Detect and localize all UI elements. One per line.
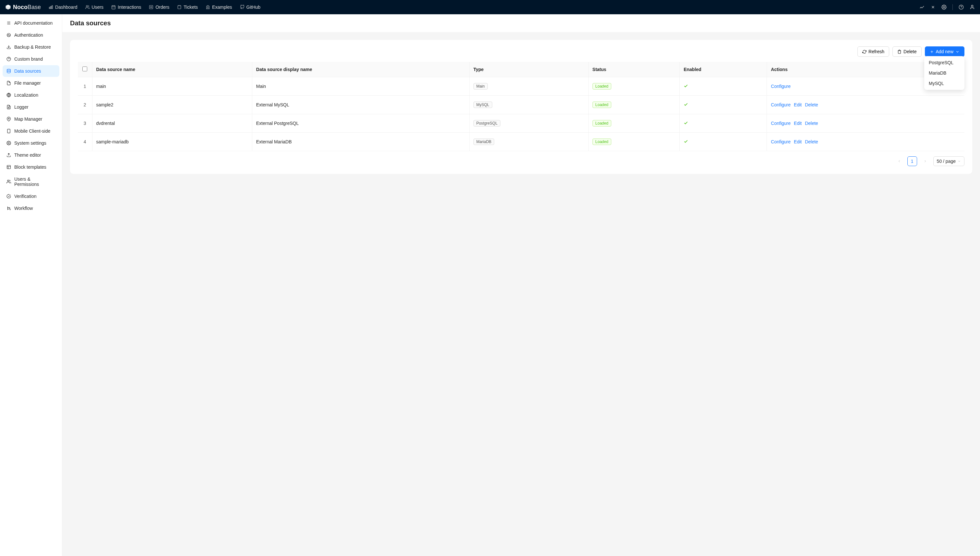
sidebar-item-system-settings[interactable]: System settings <box>3 137 59 149</box>
type-tag: MariaDB <box>473 139 494 145</box>
logo-icon <box>5 4 11 10</box>
topnav-item-users[interactable]: Users <box>85 5 104 10</box>
refresh-label: Refresh <box>869 49 884 54</box>
sidebar-item-label: Verification <box>14 194 36 199</box>
sidebar-icon <box>6 179 11 184</box>
svg-point-3 <box>86 5 87 7</box>
action-configure[interactable]: Configure <box>771 121 791 126</box>
settings-icon[interactable] <box>941 5 947 10</box>
sidebar-icon <box>6 153 11 157</box>
sidebar: API documentationAuthenticationBackup & … <box>0 14 62 556</box>
refresh-button[interactable]: Refresh <box>857 46 889 57</box>
topnav-item-orders[interactable]: Orders <box>149 5 169 10</box>
action-delete[interactable]: Delete <box>805 102 818 107</box>
toolbar: Refresh Delete Add new <box>78 46 964 57</box>
cell-type: MySQL <box>469 96 588 114</box>
sidebar-item-api-documentation[interactable]: API documentation <box>3 17 59 29</box>
refresh-icon <box>862 50 867 54</box>
sidebar-item-localization[interactable]: Localization <box>3 89 59 101</box>
th-checkbox <box>78 62 92 77</box>
brand-suffix: Base <box>27 4 41 10</box>
cell-enabled <box>680 96 767 114</box>
card: Refresh Delete Add new PostgreSQLMariaDB… <box>70 40 972 174</box>
content: Refresh Delete Add new PostgreSQLMariaDB… <box>62 32 980 556</box>
sidebar-icon <box>6 165 11 169</box>
pagination: 1 50 / page <box>78 156 964 166</box>
dropdown-item-mysql[interactable]: MySQL <box>924 78 964 89</box>
cell-name: dvdrental <box>92 114 252 133</box>
topnav-item-tickets[interactable]: Tickets <box>177 5 198 10</box>
svg-rect-2 <box>52 5 53 8</box>
cell-display: External MySQL <box>252 96 469 114</box>
action-edit[interactable]: Edit <box>794 139 802 144</box>
table-row: 3dvdrentalExternal PostgreSQLPostgreSQLL… <box>78 114 964 133</box>
sidebar-item-file-manager[interactable]: File manager <box>3 77 59 89</box>
page-header: Data sources <box>62 14 980 27</box>
dropdown-item-mariadb[interactable]: MariaDB <box>924 68 964 78</box>
dropdown-item-postgresql[interactable]: PostgreSQL <box>924 57 964 68</box>
row-index: 3 <box>78 114 92 133</box>
sidebar-item-authentication[interactable]: Authentication <box>3 29 59 41</box>
sidebar-item-label: Logger <box>14 105 29 110</box>
chevron-left-icon <box>897 159 901 163</box>
page-size-select[interactable]: 50 / page <box>933 156 964 166</box>
help-icon[interactable] <box>959 5 964 10</box>
action-edit[interactable]: Edit <box>794 102 802 107</box>
cell-display: External PostgreSQL <box>252 114 469 133</box>
page-number-1[interactable]: 1 <box>907 156 917 166</box>
action-configure[interactable]: Configure <box>771 102 791 107</box>
sidebar-item-mobile-client-side[interactable]: Mobile Client-side <box>3 125 59 137</box>
action-edit[interactable]: Edit <box>794 121 802 126</box>
action-delete[interactable]: Delete <box>805 139 818 144</box>
topnav-item-github[interactable]: GitHub <box>240 5 261 10</box>
page-title: Data sources <box>70 19 972 27</box>
delete-button[interactable]: Delete <box>893 46 921 57</box>
action-delete[interactable]: Delete <box>805 121 818 126</box>
select-all-checkbox[interactable] <box>82 66 87 71</box>
action-configure[interactable]: Configure <box>771 84 791 89</box>
user-icon[interactable] <box>970 5 975 10</box>
cell-status: Loaded <box>588 96 680 114</box>
sidebar-item-verification[interactable]: Verification <box>3 191 59 202</box>
sidebar-item-map-manager[interactable]: Map Manager <box>3 113 59 125</box>
chevron-down-icon <box>957 160 961 163</box>
sidebar-item-logger[interactable]: Logger <box>3 101 59 113</box>
prev-page[interactable] <box>894 156 904 166</box>
sidebar-item-backup-restore[interactable]: Backup & Restore <box>3 41 59 53</box>
cell-status: Loaded <box>588 133 680 151</box>
next-page[interactable] <box>920 156 930 166</box>
sidebar-item-workflow[interactable]: Workflow <box>3 202 59 214</box>
add-new-button[interactable]: Add new <box>925 46 964 57</box>
sidebar-item-label: Map Manager <box>14 116 42 122</box>
sidebar-item-custom-brand[interactable]: Custom brand <box>3 53 59 65</box>
sidebar-item-data-sources[interactable]: Data sources <box>3 65 59 77</box>
topnav-label: Examples <box>212 5 232 10</box>
sidebar-item-theme-editor[interactable]: Theme editor <box>3 149 59 161</box>
topnav-label: Dashboard <box>55 5 77 10</box>
topnav-item-interactions[interactable]: Interactions <box>111 5 141 10</box>
th-status: Status <box>588 62 680 77</box>
cell-actions: ConfigureEditDelete <box>767 114 964 133</box>
svg-point-13 <box>8 118 10 120</box>
logo[interactable]: NocoBase <box>5 4 41 11</box>
status-badge: Loaded <box>593 139 611 145</box>
topnav-item-examples[interactable]: Examples <box>206 5 232 10</box>
check-icon <box>684 139 688 144</box>
sidebar-item-label: Block templates <box>14 165 46 170</box>
type-tag: PostgreSQL <box>473 120 500 126</box>
svg-rect-6 <box>178 5 181 9</box>
status-badge: Loaded <box>593 102 611 108</box>
nav-icon <box>48 5 53 10</box>
sidebar-icon <box>6 45 11 49</box>
highlighter-icon[interactable] <box>919 5 925 10</box>
sidebar-item-label: Users & Permissions <box>14 176 55 187</box>
chevron-down-icon <box>955 50 959 54</box>
sidebar-icon <box>6 21 11 25</box>
topnav-item-dashboard[interactable]: Dashboard <box>48 5 77 10</box>
svg-rect-4 <box>112 5 115 9</box>
sidebar-item-label: Workflow <box>14 206 33 211</box>
plugin-icon[interactable] <box>930 5 936 10</box>
action-configure[interactable]: Configure <box>771 139 791 144</box>
sidebar-item-block-templates[interactable]: Block templates <box>3 161 59 173</box>
sidebar-item-users-permissions[interactable]: Users & Permissions <box>3 173 59 190</box>
